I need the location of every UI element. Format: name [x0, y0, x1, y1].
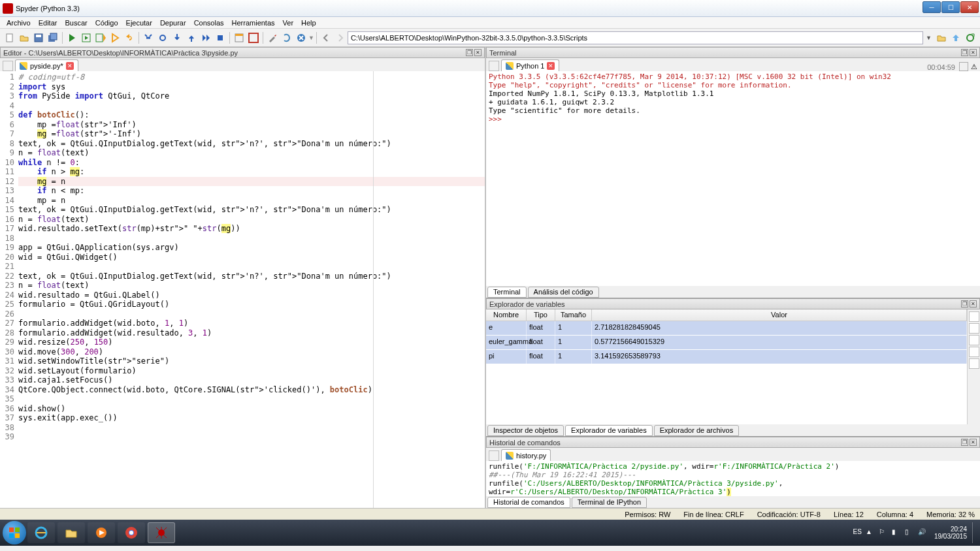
tab-list-icon[interactable]: [489, 61, 499, 71]
tray-arrow-icon[interactable]: ▲: [866, 528, 875, 537]
up-dir-icon[interactable]: [949, 31, 962, 44]
browse-icon[interactable]: [935, 31, 948, 44]
menu-consolas[interactable]: Consolas: [190, 19, 228, 27]
save-data-icon[interactable]: [969, 323, 979, 334]
close-pane-icon[interactable]: ✕: [474, 49, 482, 56]
preferences-icon[interactable]: [266, 31, 279, 44]
open-file-icon[interactable]: [18, 31, 31, 44]
options-icon[interactable]: [969, 358, 979, 369]
tab-historial-de-comandos[interactable]: Historial de comandos: [487, 497, 570, 508]
editor-tab[interactable]: pyside.py* ✕: [15, 59, 78, 71]
minimize-button[interactable]: ─: [923, 1, 941, 13]
menu-ejecutar[interactable]: Ejecutar: [122, 19, 156, 27]
terminal-output[interactable]: Python 3.3.5 (v3.3.5:62cf4e77f785, Mar 9…: [486, 71, 980, 286]
menu-depurar[interactable]: Depurar: [156, 19, 190, 27]
close-pane-icon[interactable]: ✕: [970, 300, 977, 307]
taskbar-explorer-icon[interactable]: [57, 522, 85, 543]
close-tab-icon[interactable]: ✕: [547, 62, 555, 70]
tab-explorador-de-archivos[interactable]: Explorador de archivos: [654, 425, 740, 436]
close-pane-icon[interactable]: ✕: [970, 49, 977, 56]
run-cell-icon[interactable]: [80, 31, 93, 44]
fullscreen-icon[interactable]: [247, 31, 260, 44]
taskbar-spyder-icon[interactable]: [148, 522, 175, 543]
import-data-icon[interactable]: [969, 311, 979, 322]
undock-icon[interactable]: ❐: [961, 300, 968, 307]
menu-buscar[interactable]: Buscar: [61, 19, 91, 27]
timer-label: 00:04:59: [927, 63, 955, 71]
menu-editar[interactable]: Editar: [35, 19, 61, 27]
refresh-icon[interactable]: [969, 347, 979, 357]
forward-icon[interactable]: [334, 31, 347, 44]
svg-rect-8: [218, 35, 223, 40]
close-tab-icon[interactable]: ✕: [66, 62, 74, 70]
debug-icon[interactable]: [142, 31, 155, 44]
save-all-icon[interactable]: [46, 31, 59, 44]
tab-inspector-de-objetos[interactable]: Inspector de objetos: [487, 425, 564, 436]
tray-flag-icon[interactable]: ⚐: [879, 528, 888, 537]
run-again-icon[interactable]: [123, 31, 136, 44]
terminal-tab[interactable]: Python 1 ✕: [501, 59, 559, 71]
new-file-icon[interactable]: [3, 31, 16, 44]
close-pane-icon[interactable]: ✕: [970, 439, 977, 446]
save-data-as-icon[interactable]: [969, 335, 979, 345]
debug-step-in-icon[interactable]: [171, 31, 184, 44]
menu-código[interactable]: Código: [91, 19, 122, 27]
svg-rect-0: [7, 34, 12, 42]
taskbar-media-icon[interactable]: [88, 522, 115, 543]
tab-terminal-de-ipython[interactable]: Terminal de IPython: [572, 497, 647, 508]
warn-icon[interactable]: ⚠: [971, 63, 977, 71]
close-button[interactable]: ✕: [960, 1, 979, 13]
variable-table[interactable]: Nombre Tipo Tamaño Valor efloat12.718281…: [486, 309, 967, 424]
debug-continue-icon[interactable]: [199, 31, 212, 44]
tab-terminal[interactable]: Terminal: [487, 287, 527, 298]
run-icon[interactable]: [65, 31, 78, 44]
taskbar-chrome-icon[interactable]: [118, 522, 145, 543]
debug-step-icon[interactable]: [156, 31, 169, 44]
show-desktop-button[interactable]: [972, 522, 977, 543]
var-row[interactable]: pifloat13.141592653589793: [486, 350, 967, 364]
python-path-icon[interactable]: [280, 31, 293, 44]
maximize-button[interactable]: ☐: [941, 1, 960, 13]
history-output[interactable]: runfile('F:/INFORMÀTICA/Pràctica 2/pysid…: [486, 461, 980, 496]
debug-stop-icon[interactable]: [214, 31, 227, 44]
path-input[interactable]: [348, 31, 923, 44]
statusbar: Permisos: RW Fin de línea: CRLF Codifica…: [0, 508, 980, 520]
svg-point-7: [160, 35, 165, 40]
menu-archivo[interactable]: Archivo: [3, 19, 35, 27]
var-row[interactable]: efloat12.718281828459045: [486, 321, 967, 336]
start-button[interactable]: [3, 521, 26, 544]
col-name[interactable]: Nombre: [486, 309, 527, 321]
set-dir-icon[interactable]: [964, 31, 977, 44]
tab-list-icon[interactable]: [3, 61, 13, 71]
undock-icon[interactable]: ❐: [961, 49, 968, 56]
menu-ver[interactable]: Ver: [279, 19, 298, 27]
col-type[interactable]: Tipo: [527, 309, 555, 321]
undock-icon[interactable]: ❐: [466, 49, 473, 56]
back-icon[interactable]: [319, 31, 333, 44]
menubar: ArchivoEditarBuscarCódigoEjecutarDepurar…: [0, 17, 980, 29]
tray-battery-icon[interactable]: ▮: [892, 528, 901, 537]
save-icon[interactable]: [32, 31, 45, 44]
tray-clock[interactable]: 20:24 19/03/2015: [934, 526, 967, 540]
tray-volume-icon[interactable]: 🔊: [918, 528, 927, 537]
history-tab[interactable]: history.py: [501, 449, 551, 461]
options-icon[interactable]: [959, 62, 968, 71]
col-size[interactable]: Tamaño: [555, 309, 592, 321]
run-cell-advance-icon[interactable]: [94, 31, 107, 44]
tab-list-icon[interactable]: [489, 450, 499, 461]
taskbar-ie-icon[interactable]: [27, 522, 55, 543]
exit-icon[interactable]: [295, 31, 308, 44]
tab-explorador-de-variables[interactable]: Explorador de variables: [565, 425, 653, 436]
code-editor[interactable]: 1234567891011121314151617181920212223242…: [0, 71, 485, 508]
maximize-pane-icon[interactable]: [233, 31, 246, 44]
tray-lang[interactable]: ES: [853, 528, 862, 537]
menu-help[interactable]: Help: [297, 19, 320, 27]
debug-step-out-icon[interactable]: [185, 31, 198, 44]
col-value[interactable]: Valor: [592, 309, 967, 321]
menu-herramientas[interactable]: Herramientas: [228, 19, 279, 27]
tray-network-icon[interactable]: ▯: [905, 528, 914, 537]
tab-análisis-del-código[interactable]: Análisis del código: [528, 287, 599, 298]
undock-icon[interactable]: ❐: [961, 439, 968, 446]
var-row[interactable]: euler_gammafloat10.5772156649015329: [486, 336, 967, 350]
run-selection-icon[interactable]: [108, 31, 122, 44]
